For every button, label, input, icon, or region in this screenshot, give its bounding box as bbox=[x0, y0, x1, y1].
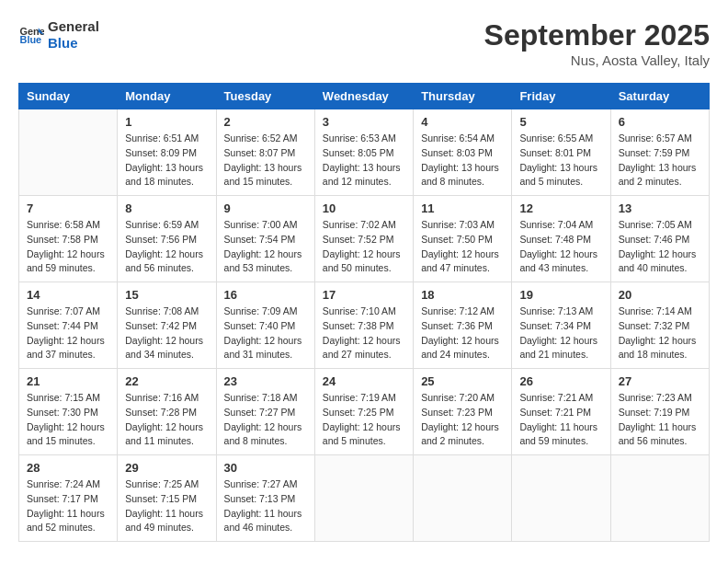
day-header: Friday bbox=[512, 84, 610, 109]
day-info: Sunrise: 7:16 AM Sunset: 7:28 PM Dayligh… bbox=[125, 391, 208, 449]
day-header: Monday bbox=[118, 84, 216, 109]
calendar-cell: 2Sunrise: 6:52 AM Sunset: 8:07 PM Daylig… bbox=[216, 109, 314, 196]
calendar-cell: 5Sunrise: 6:55 AM Sunset: 8:01 PM Daylig… bbox=[512, 109, 610, 196]
day-info: Sunrise: 7:00 AM Sunset: 7:54 PM Dayligh… bbox=[224, 218, 307, 276]
day-info: Sunrise: 7:20 AM Sunset: 7:23 PM Dayligh… bbox=[421, 391, 504, 449]
day-header: Tuesday bbox=[216, 84, 314, 109]
calendar-cell: 15Sunrise: 7:08 AM Sunset: 7:42 PM Dayli… bbox=[118, 282, 216, 369]
calendar-table: SundayMondayTuesdayWednesdayThursdayFrid… bbox=[18, 83, 710, 542]
day-info: Sunrise: 7:08 AM Sunset: 7:42 PM Dayligh… bbox=[125, 304, 208, 362]
day-number: 25 bbox=[421, 374, 504, 388]
day-header: Thursday bbox=[414, 84, 512, 109]
day-info: Sunrise: 7:21 AM Sunset: 7:21 PM Dayligh… bbox=[519, 391, 602, 449]
day-number: 17 bbox=[323, 288, 405, 302]
day-number: 5 bbox=[519, 115, 602, 129]
svg-text:Blue: Blue bbox=[20, 34, 42, 45]
calendar-cell: 29Sunrise: 7:25 AM Sunset: 7:15 PM Dayli… bbox=[118, 455, 216, 542]
day-info: Sunrise: 6:51 AM Sunset: 8:09 PM Dayligh… bbox=[125, 132, 208, 190]
day-number: 24 bbox=[323, 374, 405, 388]
day-header: Wednesday bbox=[314, 84, 413, 109]
day-info: Sunrise: 7:09 AM Sunset: 7:40 PM Dayligh… bbox=[224, 304, 307, 362]
day-info: Sunrise: 7:04 AM Sunset: 7:48 PM Dayligh… bbox=[519, 218, 602, 276]
day-number: 13 bbox=[619, 201, 701, 215]
day-info: Sunrise: 6:54 AM Sunset: 8:03 PM Dayligh… bbox=[421, 132, 504, 190]
day-number: 15 bbox=[125, 288, 208, 302]
page-header: General Blue General Blue September 2025… bbox=[18, 18, 710, 68]
day-info: Sunrise: 7:10 AM Sunset: 7:38 PM Dayligh… bbox=[323, 304, 405, 362]
day-number: 29 bbox=[125, 461, 208, 475]
calendar-week-row: 1Sunrise: 6:51 AM Sunset: 8:09 PM Daylig… bbox=[19, 109, 710, 196]
calendar-cell bbox=[314, 455, 413, 542]
day-info: Sunrise: 7:24 AM Sunset: 7:17 PM Dayligh… bbox=[27, 477, 109, 535]
title-section: September 2025 Nus, Aosta Valley, Italy bbox=[484, 18, 710, 68]
calendar-cell: 28Sunrise: 7:24 AM Sunset: 7:17 PM Dayli… bbox=[19, 455, 118, 542]
day-info: Sunrise: 6:53 AM Sunset: 8:05 PM Dayligh… bbox=[323, 132, 405, 190]
day-header: Sunday bbox=[19, 84, 118, 109]
location-title: Nus, Aosta Valley, Italy bbox=[484, 52, 710, 68]
day-number: 12 bbox=[519, 201, 602, 215]
day-info: Sunrise: 6:52 AM Sunset: 8:07 PM Dayligh… bbox=[224, 132, 307, 190]
calendar-cell: 18Sunrise: 7:12 AM Sunset: 7:36 PM Dayli… bbox=[414, 282, 512, 369]
calendar-week-row: 7Sunrise: 6:58 AM Sunset: 7:58 PM Daylig… bbox=[19, 196, 710, 282]
day-number: 10 bbox=[323, 201, 405, 215]
day-info: Sunrise: 7:13 AM Sunset: 7:34 PM Dayligh… bbox=[519, 304, 602, 362]
day-number: 30 bbox=[224, 461, 307, 475]
day-number: 11 bbox=[421, 201, 504, 215]
calendar-cell: 11Sunrise: 7:03 AM Sunset: 7:50 PM Dayli… bbox=[414, 196, 512, 282]
day-info: Sunrise: 7:07 AM Sunset: 7:44 PM Dayligh… bbox=[27, 304, 109, 362]
day-info: Sunrise: 7:14 AM Sunset: 7:32 PM Dayligh… bbox=[619, 304, 701, 362]
day-number: 21 bbox=[27, 374, 109, 388]
calendar-body: 1Sunrise: 6:51 AM Sunset: 8:09 PM Daylig… bbox=[19, 109, 710, 542]
day-info: Sunrise: 7:03 AM Sunset: 7:50 PM Dayligh… bbox=[421, 218, 504, 276]
day-header: Saturday bbox=[610, 84, 709, 109]
day-info: Sunrise: 7:15 AM Sunset: 7:30 PM Dayligh… bbox=[27, 391, 109, 449]
calendar-week-row: 21Sunrise: 7:15 AM Sunset: 7:30 PM Dayli… bbox=[19, 369, 710, 455]
day-number: 14 bbox=[27, 288, 109, 302]
calendar-cell: 4Sunrise: 6:54 AM Sunset: 8:03 PM Daylig… bbox=[414, 109, 512, 196]
calendar-cell: 10Sunrise: 7:02 AM Sunset: 7:52 PM Dayli… bbox=[314, 196, 413, 282]
calendar-cell: 14Sunrise: 7:07 AM Sunset: 7:44 PM Dayli… bbox=[19, 282, 118, 369]
calendar-header-row: SundayMondayTuesdayWednesdayThursdayFrid… bbox=[19, 84, 710, 109]
calendar-cell: 12Sunrise: 7:04 AM Sunset: 7:48 PM Dayli… bbox=[512, 196, 610, 282]
calendar-cell: 7Sunrise: 6:58 AM Sunset: 7:58 PM Daylig… bbox=[19, 196, 118, 282]
calendar-cell bbox=[610, 455, 709, 542]
day-number: 28 bbox=[27, 461, 109, 475]
calendar-cell: 26Sunrise: 7:21 AM Sunset: 7:21 PM Dayli… bbox=[512, 369, 610, 455]
calendar-cell: 20Sunrise: 7:14 AM Sunset: 7:32 PM Dayli… bbox=[610, 282, 709, 369]
calendar-cell: 30Sunrise: 7:27 AM Sunset: 7:13 PM Dayli… bbox=[216, 455, 314, 542]
day-info: Sunrise: 7:23 AM Sunset: 7:19 PM Dayligh… bbox=[619, 391, 701, 449]
calendar-cell: 27Sunrise: 7:23 AM Sunset: 7:19 PM Dayli… bbox=[610, 369, 709, 455]
calendar-cell: 24Sunrise: 7:19 AM Sunset: 7:25 PM Dayli… bbox=[314, 369, 413, 455]
day-info: Sunrise: 6:55 AM Sunset: 8:01 PM Dayligh… bbox=[519, 132, 602, 190]
calendar-cell: 13Sunrise: 7:05 AM Sunset: 7:46 PM Dayli… bbox=[610, 196, 709, 282]
logo-line2: Blue bbox=[48, 35, 99, 52]
day-number: 22 bbox=[125, 374, 208, 388]
day-info: Sunrise: 7:05 AM Sunset: 7:46 PM Dayligh… bbox=[619, 218, 701, 276]
day-info: Sunrise: 6:57 AM Sunset: 7:59 PM Dayligh… bbox=[619, 132, 701, 190]
day-info: Sunrise: 7:18 AM Sunset: 7:27 PM Dayligh… bbox=[224, 391, 307, 449]
day-number: 18 bbox=[421, 288, 504, 302]
day-number: 27 bbox=[619, 374, 701, 388]
calendar-cell: 16Sunrise: 7:09 AM Sunset: 7:40 PM Dayli… bbox=[216, 282, 314, 369]
calendar-cell bbox=[19, 109, 118, 196]
day-info: Sunrise: 7:12 AM Sunset: 7:36 PM Dayligh… bbox=[421, 304, 504, 362]
calendar-cell: 3Sunrise: 6:53 AM Sunset: 8:05 PM Daylig… bbox=[314, 109, 413, 196]
day-number: 4 bbox=[421, 115, 504, 129]
day-number: 26 bbox=[519, 374, 602, 388]
calendar-week-row: 28Sunrise: 7:24 AM Sunset: 7:17 PM Dayli… bbox=[19, 455, 710, 542]
day-info: Sunrise: 6:59 AM Sunset: 7:56 PM Dayligh… bbox=[125, 218, 208, 276]
day-number: 7 bbox=[27, 201, 109, 215]
day-info: Sunrise: 6:58 AM Sunset: 7:58 PM Dayligh… bbox=[27, 218, 109, 276]
day-info: Sunrise: 7:27 AM Sunset: 7:13 PM Dayligh… bbox=[224, 477, 307, 535]
day-info: Sunrise: 7:25 AM Sunset: 7:15 PM Dayligh… bbox=[125, 477, 208, 535]
calendar-cell: 6Sunrise: 6:57 AM Sunset: 7:59 PM Daylig… bbox=[610, 109, 709, 196]
day-number: 20 bbox=[619, 288, 701, 302]
day-number: 3 bbox=[323, 115, 405, 129]
day-info: Sunrise: 7:19 AM Sunset: 7:25 PM Dayligh… bbox=[323, 391, 405, 449]
month-title: September 2025 bbox=[484, 18, 710, 52]
calendar-week-row: 14Sunrise: 7:07 AM Sunset: 7:44 PM Dayli… bbox=[19, 282, 710, 369]
calendar-cell: 19Sunrise: 7:13 AM Sunset: 7:34 PM Dayli… bbox=[512, 282, 610, 369]
day-number: 16 bbox=[224, 288, 307, 302]
calendar-cell: 17Sunrise: 7:10 AM Sunset: 7:38 PM Dayli… bbox=[314, 282, 413, 369]
calendar-cell: 8Sunrise: 6:59 AM Sunset: 7:56 PM Daylig… bbox=[118, 196, 216, 282]
